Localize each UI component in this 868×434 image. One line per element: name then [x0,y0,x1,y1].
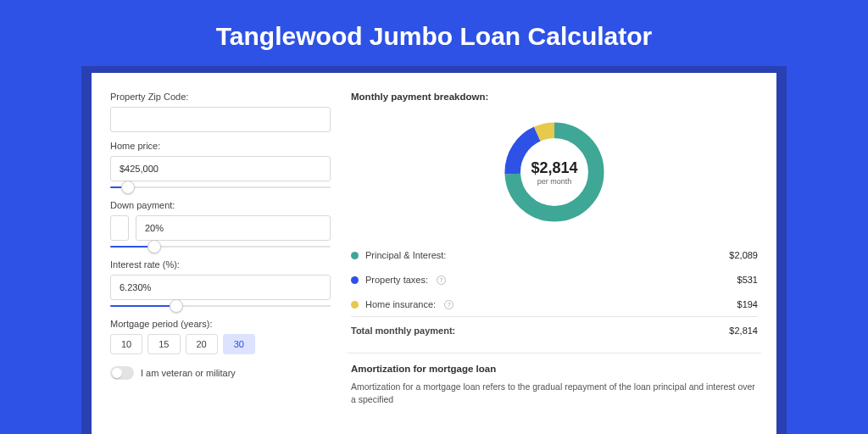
mortgage-period-field: Mortgage period (years): 10 15 20 30 [110,319,331,354]
legend-row-insurance: Home insurance: ? $194 [351,292,758,316]
veteran-label: I am veteran or military [141,368,236,378]
legend-label: Principal & Interest: [365,250,446,260]
mortgage-period-label: Mortgage period (years): [110,319,331,329]
veteran-row: I am veteran or military [110,366,331,380]
breakdown-panel: Monthly payment breakdown: $2,814 per mo… [351,92,758,434]
section-divider [348,353,761,353]
legend-label: Home insurance: [365,299,436,309]
interest-rate-input[interactable] [110,275,331,300]
legend-value: $194 [737,299,758,309]
home-price-field: Home price: [110,141,331,192]
period-20-button[interactable]: 20 [186,334,218,354]
home-price-input[interactable] [110,156,331,181]
down-payment-label: Down payment: [110,200,331,210]
down-payment-percent-input[interactable] [136,215,331,241]
info-icon[interactable]: ? [444,300,453,309]
mortgage-period-options: 10 15 20 30 [110,334,331,354]
donut-center-amount: $2,814 [531,159,577,177]
legend-value: $531 [737,275,758,285]
zip-field: Property Zip Code: [110,92,331,132]
info-icon[interactable]: ? [437,275,446,285]
home-price-slider[interactable] [110,183,331,192]
breakdown-title: Monthly payment breakdown: [351,92,758,102]
donut-chart: $2,814 per month [499,117,609,227]
veteran-toggle[interactable] [110,366,134,380]
period-15-button[interactable]: 15 [147,334,180,354]
down-payment-slider[interactable] [110,242,331,251]
interest-rate-label: Interest rate (%): [110,259,331,270]
amortization-body: Amortization for a mortgage loan refers … [351,381,758,405]
interest-rate-slider[interactable] [110,302,331,310]
legend-label: Property taxes: [365,275,428,285]
legend-row-principal: Principal & Interest: $2,089 [351,242,758,267]
dot-icon [351,252,359,259]
legend-row-total: Total monthly payment: $2,814 [351,316,758,342]
down-payment-field: Down payment: [110,200,331,251]
period-10-button[interactable]: 10 [110,334,142,354]
total-label: Total monthly payment: [351,326,455,336]
dot-icon [351,301,359,309]
down-payment-amount-input[interactable] [110,215,129,241]
zip-input[interactable] [110,107,331,132]
total-value: $2,814 [729,326,758,336]
period-30-button[interactable]: 30 [223,334,255,354]
home-price-label: Home price: [110,141,331,151]
page-title: Tanglewood Jumbo Loan Calculator [0,0,868,66]
dot-icon [351,276,359,284]
interest-rate-field: Interest rate (%): [110,259,331,310]
donut-chart-area: $2,814 per month [351,108,758,236]
input-panel: Property Zip Code: Home price: Down paym… [110,92,331,434]
calculator-card: Property Zip Code: Home price: Down paym… [92,73,776,434]
legend-value: $2,089 [729,250,758,260]
amortization-title: Amortization for mortgage loan [351,364,758,374]
card-shadow: Property Zip Code: Home price: Down paym… [81,66,787,434]
legend-row-taxes: Property taxes: ? $531 [351,267,758,292]
zip-label: Property Zip Code: [110,92,331,102]
donut-center-sub: per month [537,177,572,186]
